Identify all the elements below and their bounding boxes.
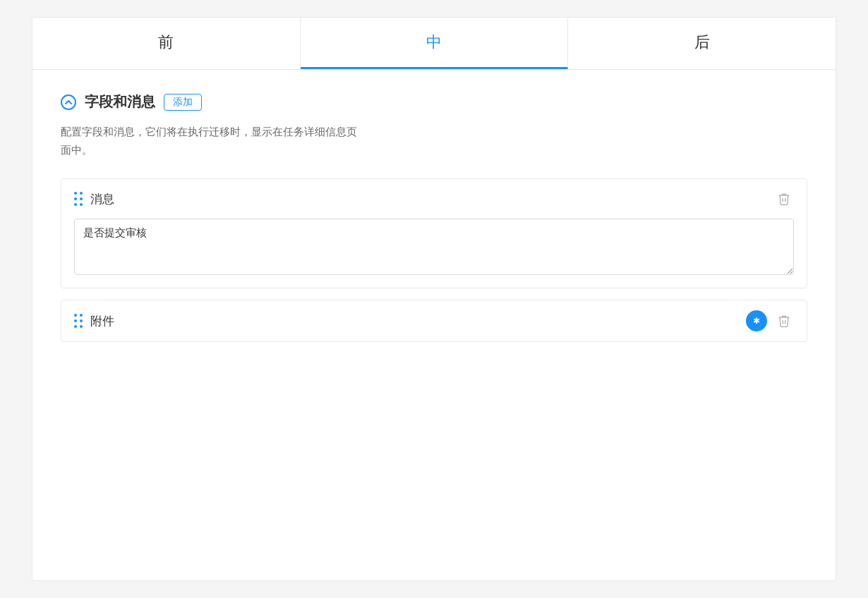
section-toggle-icon[interactable] (61, 94, 76, 110)
main-container: 前 中 后 字段和消息 添加 配置字段和消息，它们将在执行迁移时，显示在任务详细… (32, 17, 836, 581)
svg-text:✱: ✱ (753, 316, 760, 326)
drag-handle-message[interactable] (74, 192, 83, 207)
delete-attachment-button[interactable] (774, 311, 794, 331)
drag-handle-attachment[interactable] (74, 314, 83, 329)
content-area: 字段和消息 添加 配置字段和消息，它们将在执行迁移时，显示在任务详细信息页面中。… (32, 70, 836, 376)
tab-mid[interactable]: 中 (301, 18, 569, 69)
field-card-actions-message (774, 189, 794, 209)
add-field-button[interactable]: 添加 (164, 94, 202, 111)
tabs-header: 前 中 后 (32, 18, 836, 70)
field-card-attachment: 附件 ✱ (61, 300, 807, 342)
field-card-left-message: 消息 (74, 191, 114, 207)
tab-prev[interactable]: 前 (32, 18, 301, 69)
delete-message-button[interactable] (774, 189, 794, 209)
field-card-actions-attachment: ✱ (746, 310, 794, 331)
field-name-attachment: 附件 (90, 313, 114, 329)
field-textarea-wrapper-message: 是否提交审核 (61, 219, 807, 288)
section-title: 字段和消息 (85, 92, 155, 111)
star-attachment-button[interactable]: ✱ (746, 310, 767, 331)
section-description: 配置字段和消息，它们将在执行迁移时，显示在任务详细信息页面中。 (61, 123, 807, 159)
field-card-left-attachment: 附件 (74, 313, 114, 329)
tab-next[interactable]: 后 (568, 18, 836, 69)
field-card-header-message: 消息 (61, 179, 807, 219)
field-card-message: 消息 是否提交审核 (61, 178, 807, 288)
section-header: 字段和消息 添加 (61, 92, 807, 111)
field-card-header-attachment: 附件 ✱ (61, 300, 807, 341)
field-name-message: 消息 (90, 191, 114, 207)
field-textarea-message[interactable]: 是否提交审核 (74, 219, 794, 275)
